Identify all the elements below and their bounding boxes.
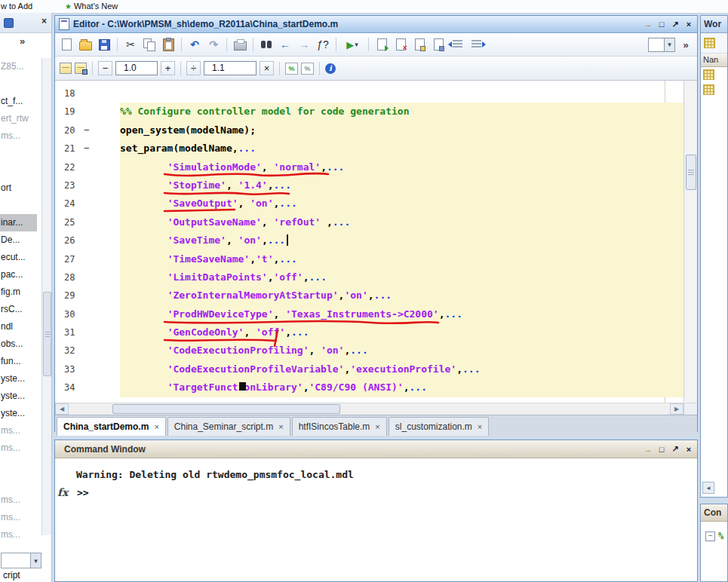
editor-tab[interactable]: htfISincosTable.m×: [292, 417, 387, 436]
workspace-row[interactable]: [701, 67, 727, 82]
new-file-icon[interactable]: [58, 36, 75, 53]
command-history-titlebar[interactable]: Con: [701, 504, 727, 522]
code-text[interactable]: 'CodeExecutionProfiling', 'on',...: [120, 342, 697, 360]
stack-combobox[interactable]: ▾: [648, 38, 675, 52]
undo-icon[interactable]: ↶: [186, 36, 203, 53]
file-list-scrollbar[interactable]: [41, 58, 51, 535]
editor-tab[interactable]: China_Seminar_script.m×: [167, 417, 290, 436]
close-icon[interactable]: ×: [683, 19, 695, 30]
combo-dropdown-icon[interactable]: ▾: [664, 38, 674, 51]
code-text[interactable]: 'GenCodeOnly', 'off',...: [120, 323, 697, 342]
overflow-chevron-icon[interactable]: »: [20, 35, 25, 47]
shortcut-how-to-add[interactable]: w to Add: [1, 2, 32, 11]
code-text[interactable]: 'OutputSaveName', 'refOut' ,...: [120, 213, 697, 231]
multiply-value-button[interactable]: ×: [260, 61, 274, 75]
code-line[interactable]: 27 'TimeSaveName','t',...: [55, 250, 697, 268]
dropdown-arrow-icon[interactable]: ▾: [30, 553, 41, 568]
code-line[interactable]: 19%% Configure controller model for code…: [55, 103, 697, 121]
editor-titlebar[interactable]: Editor - C:\Work\PMSM_sh\demo_R2011a\Chi…: [55, 16, 697, 33]
redo-icon[interactable]: ↷: [205, 36, 222, 53]
insert-cell-icon[interactable]: [60, 63, 72, 74]
undock-icon[interactable]: ↗: [669, 19, 681, 30]
code-text[interactable]: open_system(modelName);: [120, 121, 697, 139]
code-line[interactable]: 20−open_system(modelName);: [55, 121, 697, 139]
back-icon[interactable]: ←: [277, 36, 293, 53]
code-text[interactable]: %% Configure controller model for code g…: [120, 103, 697, 121]
editor-tab[interactable]: China_startDemo.m×: [57, 417, 166, 436]
code-line[interactable]: 18: [55, 84, 697, 103]
code-line[interactable]: 29 'ZeroInternalMemoryAtStartup','on',..…: [55, 286, 697, 305]
code-text[interactable]: 'CodeExecutionProfileVariable','executio…: [120, 360, 697, 378]
value-factor-field[interactable]: 1.1: [204, 61, 256, 75]
scroll-right-icon[interactable]: ▶: [670, 403, 683, 415]
run-dropdown-icon[interactable]: ▾: [355, 41, 358, 48]
eval-cell-advance-icon[interactable]: %: [301, 63, 314, 75]
code-line[interactable]: 21−set_param(modelName,...: [55, 139, 697, 158]
code-text[interactable]: 'ProdHWDeviceType', 'Texas_Instruments->…: [120, 305, 697, 323]
info-icon[interactable]: i: [325, 63, 336, 74]
scroll-left-icon[interactable]: ◀: [55, 403, 69, 415]
code-text[interactable]: 'LimitDataPoints','off',...: [120, 268, 697, 286]
code-line[interactable]: 31 'GenCodeOnly', 'off',...: [55, 323, 697, 342]
code-line[interactable]: 33 'CodeExecutionProfileVariable','execu…: [55, 360, 697, 378]
code-line[interactable]: 28 'LimitDataPoints','off',...: [55, 268, 697, 286]
copy-icon[interactable]: [141, 36, 158, 53]
code-text[interactable]: set_param(modelName,...: [120, 139, 697, 158]
dock-icon[interactable]: →: [642, 19, 654, 30]
publish-icon[interactable]: [373, 36, 390, 53]
dock-icon[interactable]: →: [642, 443, 654, 455]
eval-cell-icon[interactable]: %: [285, 63, 298, 75]
code-text[interactable]: 'ZeroInternalMemoryAtStartup','on',...: [120, 286, 697, 305]
workspace-row[interactable]: [701, 82, 727, 97]
new-variable-icon[interactable]: [704, 38, 715, 48]
vscroll-thumb[interactable]: [686, 155, 696, 190]
tab-close-icon[interactable]: ×: [478, 422, 482, 431]
decrease-indent-icon[interactable]: [449, 36, 465, 53]
bottom-dropdown[interactable]: ▾: [1, 553, 41, 568]
insert-cell-divider-icon[interactable]: [75, 63, 87, 74]
paste-icon[interactable]: [160, 36, 177, 53]
code-line[interactable]: 22 'SimulationMode', 'normal',...: [55, 158, 697, 176]
shortcut-whats-new[interactable]: ★ What's New: [65, 2, 118, 11]
code-line[interactable]: 26 'SaveTime', 'on',...: [55, 231, 697, 250]
decrement-value-button[interactable]: −: [98, 61, 112, 75]
code-text[interactable]: 'SaveOutput', 'on',...: [120, 195, 697, 213]
command-window-titlebar[interactable]: Command Window → □ ↗ ×: [55, 440, 697, 458]
editor-vscrollbar[interactable]: [683, 81, 697, 403]
code-text[interactable]: 'TargetFunctionLibrary','C89/C90 (ANSI)'…: [120, 378, 697, 397]
function-help-icon[interactable]: ƒ?: [315, 36, 331, 53]
forward-icon[interactable]: →: [296, 36, 312, 53]
close-file-icon[interactable]: ×: [392, 36, 409, 53]
undock-icon[interactable]: ↗: [669, 443, 681, 455]
command-window-body[interactable]: Warning: Deleting old rtwdemo_pmsmfoc_lo…: [55, 469, 697, 498]
file-list-item[interactable]: inar...: [0, 214, 37, 231]
tree-collapse-icon[interactable]: −: [705, 531, 715, 541]
code-text[interactable]: 'SaveTime', 'on',...: [120, 231, 697, 250]
code-text[interactable]: 'SimulationMode', 'normal',...: [120, 158, 697, 176]
value-step-field[interactable]: 1.0: [115, 61, 158, 75]
code-text[interactable]: 'TimeSaveName','t',...: [120, 250, 697, 268]
code-text[interactable]: [120, 84, 697, 103]
workspace-name-column-header[interactable]: Nan: [701, 54, 727, 67]
maximize-icon[interactable]: □: [656, 443, 668, 455]
code-text[interactable]: 'StopTime', '1.4',...: [120, 176, 697, 195]
run-button[interactable]: ▶ ▾: [341, 36, 364, 53]
close-icon[interactable]: ×: [41, 16, 47, 26]
code-area[interactable]: 1819%% Configure controller model for co…: [55, 81, 697, 403]
workspace-scroll-left-button[interactable]: ◂: [702, 482, 714, 494]
open-file-icon[interactable]: [77, 36, 94, 53]
save-icon[interactable]: [96, 36, 112, 53]
code-line[interactable]: 30 'ProdHWDeviceType', 'Texas_Instrument…: [55, 305, 697, 323]
tab-close-icon[interactable]: ×: [154, 422, 158, 431]
close-icon[interactable]: ×: [683, 443, 695, 455]
toolbar-overflow-icon[interactable]: »: [677, 36, 694, 53]
fx-icon[interactable]: fx: [55, 486, 77, 498]
scrollbar-thumb[interactable]: [43, 292, 51, 376]
new-cell-file-icon[interactable]: [411, 36, 428, 53]
code-line[interactable]: 24 'SaveOutput', 'on',...: [55, 195, 697, 213]
workspace-titlebar[interactable]: Wor: [701, 16, 727, 33]
increment-value-button[interactable]: +: [161, 61, 175, 75]
tab-close-icon[interactable]: ×: [375, 422, 379, 431]
cut-icon[interactable]: ✂: [122, 36, 139, 53]
hscroll-thumb[interactable]: [112, 404, 340, 414]
